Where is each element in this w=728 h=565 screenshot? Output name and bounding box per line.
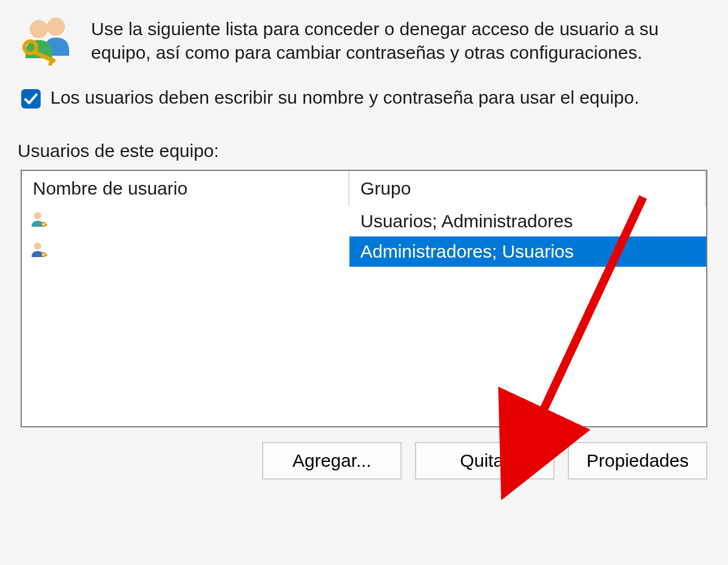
listview-buttons: Agregar... Quitar Propiedades (21, 442, 707, 480)
column-header-username[interactable]: Nombre de usuario (22, 171, 349, 206)
svg-point-0 (47, 18, 65, 36)
group-text: Administradores; Usuarios (360, 241, 574, 262)
user-accounts-panel: Use la siguiente lista para conceder o d… (0, 0, 728, 565)
user-row[interactable]: Usuarios; Administradores (22, 206, 706, 236)
cell-group: Usuarios; Administradores (349, 206, 706, 236)
intro-text: Use la siguiente lista para conceder o d… (91, 13, 707, 64)
listview-header: Nombre de usuario Grupo (22, 171, 706, 206)
cell-username (22, 236, 349, 267)
users-list-heading: Usuarios de este equipo: (18, 141, 707, 161)
svg-point-9 (34, 242, 41, 250)
add-button[interactable]: Agregar... (262, 442, 402, 480)
cell-group: Administradores; Usuarios (349, 236, 706, 267)
svg-rect-11 (44, 255, 47, 256)
users-listview[interactable]: Nombre de usuario Grupo (21, 170, 707, 427)
user-icon (30, 211, 47, 232)
user-accounts-icon (21, 13, 73, 70)
svg-point-1 (30, 20, 48, 38)
require-login-label: Los usuarios deben escribir su nombre y … (50, 85, 639, 110)
user-row[interactable]: Administradores; Usuarios (22, 236, 706, 267)
group-text: Usuarios; Administradores (360, 211, 573, 232)
intro-section: Use la siguiente lista para conceder o d… (21, 13, 707, 70)
svg-rect-5 (21, 89, 41, 109)
column-header-group[interactable]: Grupo (349, 171, 706, 206)
listview-rows: Usuarios; Administradores (22, 206, 706, 426)
user-icon (30, 241, 47, 262)
cell-username (22, 206, 349, 236)
svg-point-6 (34, 212, 41, 219)
remove-button[interactable]: Quitar (415, 442, 554, 480)
checkbox-checked-icon[interactable] (21, 89, 41, 113)
require-login-option[interactable]: Los usuarios deben escribir su nombre y … (21, 85, 707, 113)
properties-button[interactable]: Propiedades (568, 442, 707, 480)
svg-rect-8 (44, 224, 47, 226)
